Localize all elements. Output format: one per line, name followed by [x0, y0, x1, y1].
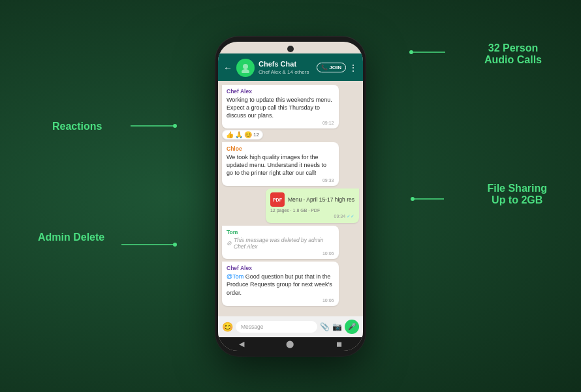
mic-icon: 🎤 [348, 323, 356, 330]
sender-tom: Tom [227, 229, 334, 235]
mention-tom: @Tom [227, 273, 243, 280]
svg-point-5 [409, 50, 413, 54]
nav-recent-button[interactable]: ◼ [336, 340, 342, 348]
file-sharing-label: File SharingUp to 2GB [487, 183, 547, 206]
message-tom-deleted: Tom ⊘ This message was deleted by admin … [222, 226, 339, 259]
bubble-deleted: Tom ⊘ This message was deleted by admin … [222, 226, 339, 259]
deleted-circle-icon: ⊘ [227, 240, 232, 247]
svg-point-9 [242, 69, 249, 73]
msg-text-5: @Tom Good question but put that in the P… [227, 273, 334, 296]
reactions-label: Reactions [52, 121, 102, 132]
group-avatar [236, 59, 255, 77]
whatsapp-header: ← Chefs Chat Chef Alex & 14 others 📞 JOI… [218, 53, 363, 81]
sender-chef-alex-2: Chef Alex [227, 265, 334, 271]
sender-chloe: Chloe [227, 145, 334, 152]
audio-calls-label: 32 PersonAudio Calls [484, 42, 542, 66]
emoji-icon[interactable]: 😊 [222, 322, 233, 332]
file-meta: 12 pages · 1.8 GB · PDF [270, 208, 354, 213]
deleted-message-row: ⊘ This message was deleted by admin Chef… [227, 237, 334, 250]
deleted-text: This message was deleted by admin Chef A… [234, 237, 334, 250]
camera-notch [287, 46, 294, 52]
message-chloe: Chloe We took high quality images for th… [222, 142, 339, 186]
phone-icon: 📞 [321, 65, 328, 70]
group-members: Chef Alex & 14 others [259, 69, 313, 75]
camera-icon[interactable]: 📷 [332, 322, 342, 331]
phone-screen: ← Chefs Chat Chef Alex & 14 others 📞 JOI… [218, 42, 363, 351]
admin-delete-label: Admin Delete [38, 232, 104, 243]
svg-point-1 [173, 124, 177, 128]
nav-home-button[interactable]: ⬤ [286, 340, 294, 348]
group-info[interactable]: Chefs Chat Chef Alex & 14 others [259, 60, 313, 74]
message-chef-alex-2: Chef Alex @Tom Good question but put tha… [222, 262, 339, 305]
back-arrow-icon[interactable]: ← [223, 63, 232, 73]
mic-button[interactable]: 🎤 [345, 320, 359, 334]
svg-point-7 [411, 197, 415, 201]
sender-chef-alex: Chef Alex [227, 88, 334, 95]
msg-time-3: 09:34 ✓✓ [270, 214, 354, 219]
message-file: PDF Menu - April 15-17 high res 12 pages… [266, 188, 359, 223]
phone: ← Chefs Chat Chef Alex & 14 others 📞 JOI… [215, 37, 366, 356]
nav-back-button[interactable]: ◀ [239, 340, 244, 348]
msg-reactions-1: 👍 🙏 😊 12 [222, 130, 263, 140]
file-name: Menu - April 15-17 high res [288, 196, 354, 203]
msg-time-4: 10:06 [227, 251, 334, 256]
chat-area: Chef Alex Working to update this weekend… [218, 81, 363, 316]
menu-dots-icon[interactable]: ⋮ [349, 63, 358, 73]
header-actions: 📞 JOIN ⋮ [317, 63, 358, 73]
file-row: PDF Menu - April 15-17 high res [270, 192, 354, 207]
reaction-pray: 🙏 [235, 131, 243, 138]
phone-nav-bar: ◀ ⬤ ◼ [218, 337, 363, 351]
bubble-chef-alex-1: Chef Alex Working to update this weekend… [222, 85, 339, 128]
reaction-count: 12 [253, 132, 259, 138]
file-info: Menu - April 15-17 high res [288, 196, 354, 203]
msg-time-2: 09:33 [227, 178, 334, 183]
attach-icon[interactable]: 📎 [320, 322, 330, 331]
bubble-chef-alex-2: Chef Alex @Tom Good question but put tha… [222, 262, 339, 305]
pdf-icon: PDF [270, 192, 285, 207]
bubble-chloe: Chloe We took high quality images for th… [222, 142, 339, 186]
message-chef-alex-1: Chef Alex Working to update this weekend… [222, 85, 339, 140]
message-input[interactable]: Message [236, 321, 317, 333]
double-tick-icon: ✓✓ [347, 214, 354, 219]
msg-text-1: Working to update this weekend's menu. E… [227, 96, 334, 119]
msg-time-5: 10:06 [227, 298, 334, 303]
msg-text-2: We took high quality images for the upda… [227, 153, 334, 177]
svg-point-8 [243, 64, 248, 69]
join-button[interactable]: 📞 JOIN [317, 63, 346, 72]
bubble-file: PDF Menu - April 15-17 high res 12 pages… [266, 188, 359, 223]
reaction-smile: 😊 [244, 131, 252, 138]
input-bar: 😊 Message 📎 📷 🎤 [218, 316, 363, 337]
reaction-thumbs-up: 👍 [226, 131, 234, 138]
svg-point-3 [173, 243, 177, 247]
group-name: Chefs Chat [259, 60, 313, 68]
msg-time-1: 09:12 [227, 121, 334, 125]
